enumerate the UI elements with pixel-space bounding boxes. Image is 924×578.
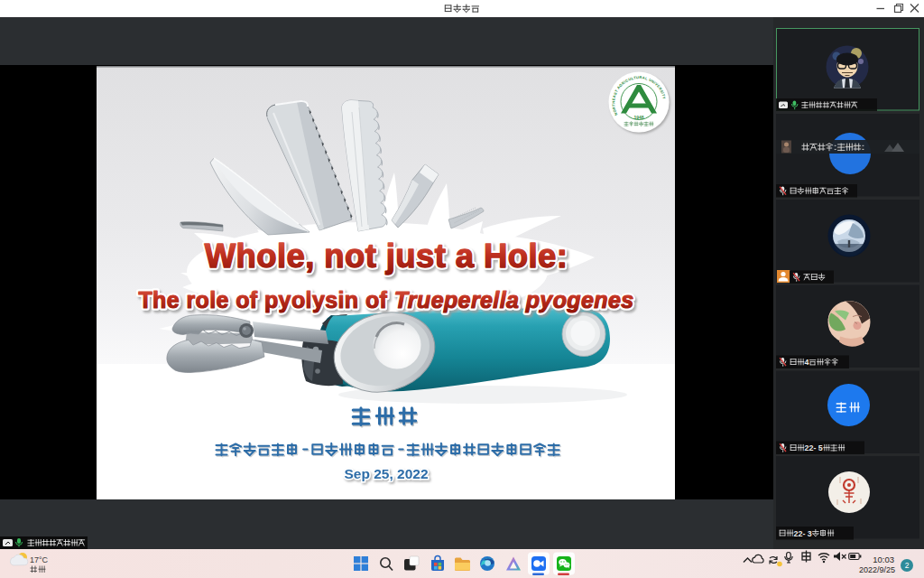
svg-text:5: 5	[818, 443, 823, 452]
svg-text:4: 4	[804, 358, 808, 367]
svg-text:-: -	[803, 529, 806, 538]
svg-text:Whole, not just a Hole:: Whole, not just a Hole:	[205, 238, 568, 275]
svg-text:The role of pyolysin of Truepe: The role of pyolysin of Trueperella pyog…	[138, 287, 633, 312]
svg-text:17°C: 17°C	[30, 555, 49, 564]
svg-text:2022/9/25: 2022/9/25	[859, 565, 895, 574]
svg-text:2: 2	[905, 561, 910, 570]
svg-text:-: -	[814, 443, 817, 452]
svg-text:3: 3	[808, 529, 812, 538]
svg-text:10:03: 10:03	[873, 555, 894, 564]
svg-text:Sep 25, 2022: Sep 25, 2022	[344, 466, 428, 481]
svg-text:1948: 1948	[633, 115, 643, 120]
